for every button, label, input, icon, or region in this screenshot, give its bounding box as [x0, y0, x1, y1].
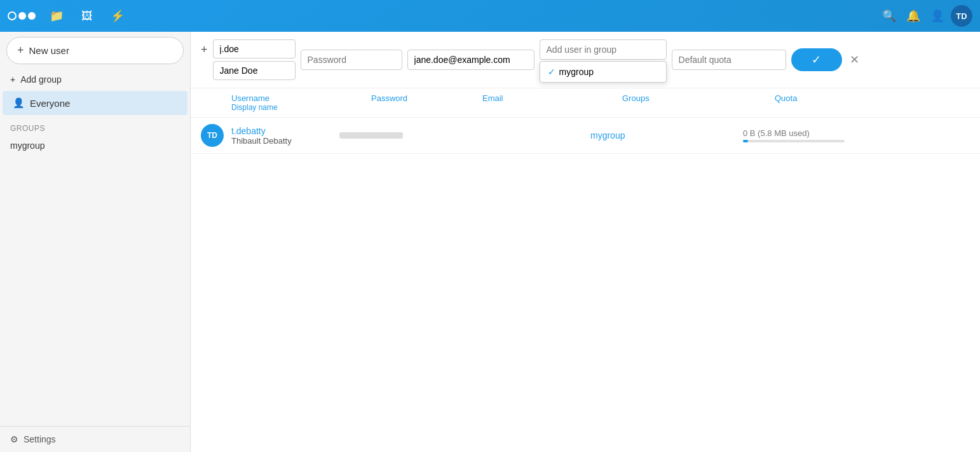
settings-button[interactable]: ⚙ Settings	[10, 434, 180, 444]
add-group-plus-icon: +	[10, 74, 15, 85]
group-dropdown-item-mygroup[interactable]: ✓ mygroup	[540, 62, 666, 82]
username-cell[interactable]: t.debatty	[231, 126, 339, 136]
user-info: t.debatty Thibault Debatty	[231, 126, 339, 146]
check-icon: ✓	[548, 67, 555, 77]
group-dropdown-label: mygroup	[559, 67, 594, 77]
new-user-label: New user	[29, 45, 69, 56]
activity-icon[interactable]: ⚡	[107, 5, 128, 27]
password-input[interactable]	[301, 50, 402, 70]
table-header: Username Display name Password Email Gro…	[191, 88, 980, 118]
sidebar-bottom: ⚙ Settings	[0, 426, 190, 452]
group-input[interactable]	[540, 39, 667, 60]
new-user-button[interactable]: + New user	[6, 37, 184, 64]
main-layout: + New user + Add group 👤 Everyone Groups…	[0, 32, 980, 452]
username-fields	[213, 39, 296, 80]
avatar: TD	[201, 124, 224, 147]
col-username[interactable]: Username Display name	[231, 93, 371, 112]
group-item-mygroup[interactable]: mygroup	[0, 135, 190, 156]
close-button[interactable]: ✕	[847, 50, 862, 69]
email-input[interactable]	[407, 50, 534, 70]
gear-icon: ⚙	[10, 434, 18, 444]
topnav-right: 🔍 🔔 👤 TD	[878, 5, 972, 27]
col-groups[interactable]: Groups	[622, 93, 775, 112]
new-user-form: + ✓ mygroup ✓ ✕	[191, 32, 980, 88]
col-quota[interactable]: Quota	[775, 93, 970, 112]
display-name-input[interactable]	[213, 61, 296, 80]
group-dropdown: ✓ mygroup	[540, 61, 667, 83]
username-input[interactable]	[213, 39, 296, 58]
everyone-label: Everyone	[30, 98, 70, 109]
form-plus-icon[interactable]: +	[201, 39, 208, 57]
bell-icon[interactable]: 🔔	[902, 5, 924, 27]
app-logo[interactable]	[8, 11, 36, 20]
settings-label: Settings	[24, 434, 56, 444]
quota-bar-fill	[743, 140, 748, 142]
groups-section-label: Groups	[0, 116, 190, 135]
logo-ring	[8, 11, 17, 20]
group-input-wrap: ✓ mygroup	[540, 39, 667, 60]
quota-cell: 0 B (5.8 MB used)	[743, 128, 970, 142]
col-email[interactable]: Email	[482, 93, 622, 112]
group-name: mygroup	[10, 140, 44, 151]
col-password[interactable]: Password	[371, 93, 482, 112]
checkmark-icon: ✓	[812, 53, 821, 67]
folder-icon[interactable]: 📁	[46, 5, 67, 27]
top-navigation: 📁 🖼 ⚡ 🔍 🔔 👤 TD	[0, 0, 980, 32]
logo-circle2	[28, 12, 36, 20]
groups-cell[interactable]: mygroup	[590, 130, 743, 140]
everyone-nav-item[interactable]: 👤 Everyone	[3, 91, 187, 115]
quota-input[interactable]	[672, 50, 786, 70]
user-avatar[interactable]: TD	[951, 5, 972, 27]
logo-circle1	[18, 12, 26, 20]
image-icon[interactable]: 🖼	[78, 6, 97, 27]
plus-icon: +	[17, 44, 24, 57]
sidebar: + New user + Add group 👤 Everyone Groups…	[0, 32, 191, 452]
submit-button[interactable]: ✓	[791, 48, 842, 71]
content-area: + ✓ mygroup ✓ ✕	[191, 32, 980, 452]
quota-bar-bg	[743, 140, 845, 142]
table-row: TD t.debatty Thibault Debatty mygroup 0 …	[191, 118, 980, 154]
displayname-cell: Thibault Debatty	[231, 136, 339, 146]
password-cell	[339, 130, 451, 141]
contacts-icon[interactable]: 👤	[927, 5, 948, 27]
add-group-button[interactable]: + Add group	[0, 69, 190, 90]
quota-text: 0 B (5.8 MB used)	[743, 128, 970, 138]
add-group-label: Add group	[20, 74, 62, 85]
everyone-person-icon: 👤	[13, 97, 25, 109]
search-icon[interactable]: 🔍	[878, 5, 900, 27]
quota-bar-wrap: 0 B (5.8 MB used)	[743, 128, 970, 142]
password-mask	[339, 132, 403, 139]
